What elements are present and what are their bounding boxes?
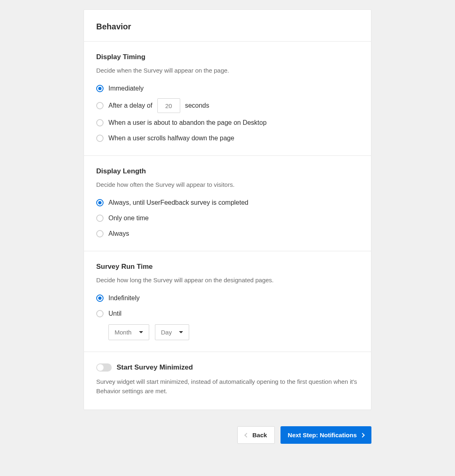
- display-length-section: Display Length Decide how often the Surv…: [84, 156, 371, 251]
- radio-label: Indefinitely: [108, 294, 140, 302]
- radio-icon: [96, 199, 104, 206]
- timing-option-abandon[interactable]: When a user is about to abandon the page…: [96, 117, 359, 128]
- chevron-left-icon: [244, 433, 249, 437]
- radio-icon: [96, 215, 104, 222]
- next-label: Next Step: Notifications: [288, 432, 357, 438]
- radio-label: When a user is about to abandon the page…: [108, 119, 267, 126]
- run-time-desc: Decide how long the Survey will appear o…: [96, 276, 359, 284]
- radio-label: When a user scrolls halfway down the pag…: [108, 135, 234, 142]
- radio-icon: [96, 85, 104, 92]
- month-placeholder: Month: [115, 329, 132, 336]
- radio-label: Always, until UserFeedback survey is com…: [108, 199, 248, 206]
- behavior-card: Behavior Display Timing Decide when the …: [84, 9, 371, 410]
- display-timing-title: Display Timing: [96, 53, 359, 61]
- radio-label: Until: [108, 310, 121, 317]
- next-step-button[interactable]: Next Step: Notifications: [281, 426, 371, 444]
- radio-icon: [96, 102, 104, 109]
- run-time-option-until[interactable]: Until: [96, 308, 359, 319]
- length-option-always-until[interactable]: Always, until UserFeedback survey is com…: [96, 197, 359, 208]
- length-option-only-once[interactable]: Only one time: [96, 213, 359, 224]
- delay-prefix: After a delay of: [108, 102, 152, 109]
- survey-run-time-section: Survey Run Time Decide how long the Surv…: [84, 251, 371, 352]
- chevron-down-icon: [179, 331, 183, 333]
- radio-label: Always: [108, 230, 129, 237]
- delay-suffix: seconds: [185, 102, 210, 109]
- length-option-always[interactable]: Always: [96, 228, 359, 239]
- start-minimized-section: Start Survey Minimized Survey widget wil…: [84, 352, 371, 410]
- card-title: Behavior: [96, 22, 359, 31]
- radio-icon: [96, 310, 104, 317]
- run-time-option-indefinitely[interactable]: Indefinitely: [96, 292, 359, 304]
- radio-icon: [96, 230, 104, 237]
- month-select[interactable]: Month: [108, 324, 149, 340]
- day-select[interactable]: Day: [155, 324, 190, 340]
- toggle-knob: [97, 364, 104, 371]
- radio-label: After a delay of seconds: [108, 98, 209, 113]
- card-header: Behavior: [84, 10, 371, 42]
- radio-label: Immediately: [108, 85, 144, 92]
- radio-icon: [96, 294, 104, 302]
- chevron-right-icon: [360, 433, 364, 437]
- start-minimized-toggle[interactable]: [96, 363, 112, 372]
- delay-seconds-input[interactable]: [157, 98, 180, 113]
- timing-option-immediately[interactable]: Immediately: [96, 83, 359, 94]
- radio-label: Only one time: [108, 215, 149, 222]
- radio-icon: [96, 135, 104, 142]
- day-placeholder: Day: [161, 329, 172, 336]
- start-minimized-desc: Survey widget will start minimized, inst…: [96, 377, 359, 396]
- run-time-title: Survey Run Time: [96, 263, 359, 271]
- chevron-down-icon: [139, 331, 143, 333]
- display-length-title: Display Length: [96, 167, 359, 175]
- radio-icon: [96, 119, 104, 126]
- back-button[interactable]: Back: [237, 426, 275, 444]
- start-minimized-label: Start Survey Minimized: [117, 363, 193, 372]
- start-minimized-toggle-row: Start Survey Minimized: [96, 363, 359, 372]
- back-label: Back: [252, 432, 267, 438]
- until-date-selects: Month Day: [108, 324, 359, 340]
- display-timing-desc: Decide when the Survey will appear on th…: [96, 66, 359, 75]
- footer: Back Next Step: Notifications: [84, 426, 371, 444]
- timing-option-scroll[interactable]: When a user scrolls halfway down the pag…: [96, 133, 359, 144]
- display-length-desc: Decide how often the Survey will appear …: [96, 180, 359, 189]
- display-timing-section: Display Timing Decide when the Survey wi…: [84, 42, 371, 156]
- timing-option-delay[interactable]: After a delay of seconds: [96, 98, 359, 113]
